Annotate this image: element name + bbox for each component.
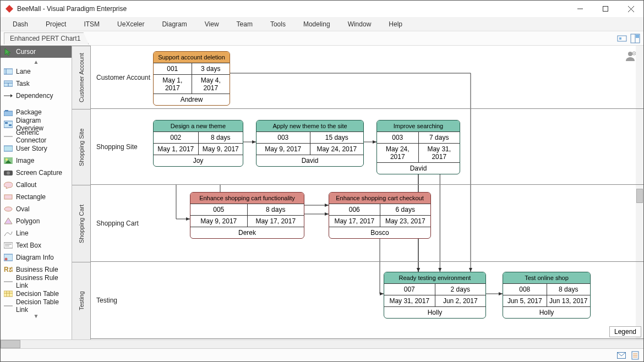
task-duration: 2 days — [435, 284, 486, 295]
palette-oval[interactable]: Oval — [1, 203, 72, 215]
task-id: 002 — [154, 132, 199, 143]
task-end: May 23, 2017 — [380, 216, 431, 227]
task-end: May 24, 2017 — [310, 144, 364, 155]
palette-business-rule-link[interactable]: Business Rule Link — [1, 276, 72, 288]
diagram-canvas[interactable]: Legend Customer AccountShopping SiteShop… — [91, 46, 643, 339]
menu-diagram[interactable]: Diagram — [153, 18, 195, 30]
tb-icon — [4, 242, 13, 249]
palette-image[interactable]: Image — [1, 155, 72, 167]
task-node[interactable]: Improve searching0037 daysMay 24, 2017Ma… — [376, 120, 460, 174]
close-button[interactable] — [618, 1, 643, 17]
task-title: Improve searching — [377, 120, 460, 132]
task-end: Jun 13, 2017 — [547, 295, 591, 306]
task-duration: 15 days — [310, 132, 364, 143]
img-icon — [4, 157, 13, 164]
svg-rect-19 — [4, 111, 13, 116]
palette-generic-connector[interactable]: Generic Connector — [1, 130, 72, 142]
line-icon — [4, 229, 13, 237]
menu-project[interactable]: Project — [37, 18, 75, 30]
task-id: 005 — [190, 204, 248, 215]
mail-icon[interactable] — [617, 352, 626, 359]
lane-icon — [4, 68, 13, 75]
lane-label: Customer Account — [96, 74, 150, 81]
palette-scroll[interactable]: ▲ — [1, 58, 72, 65]
palette-task[interactable]: Task — [1, 78, 72, 90]
gc-icon — [4, 133, 13, 140]
task-node[interactable]: Apply new theme to the site00315 daysMay… — [256, 120, 364, 167]
palette-text-box[interactable]: Text Box — [1, 239, 72, 251]
palette-rectangle[interactable]: Rectangle — [1, 191, 72, 203]
menu-team[interactable]: Team — [228, 18, 261, 30]
task-id: 007 — [384, 284, 435, 295]
lane-header[interactable]: Shopping Cart — [72, 185, 90, 262]
task-owner: David — [377, 163, 460, 174]
svg-marker-10 — [5, 48, 10, 56]
document-icon[interactable] — [631, 351, 639, 360]
minimize-button[interactable] — [567, 1, 593, 17]
scrollbar-thumb[interactable] — [1, 340, 20, 348]
svg-rect-33 — [4, 243, 13, 248]
menu-window[interactable]: Window — [339, 18, 380, 30]
task-duration: 8 days — [248, 204, 304, 215]
task-title: Support account deletion — [154, 52, 230, 63]
palette-line[interactable]: Line — [1, 227, 72, 239]
palette-dependency[interactable]: Dependency — [1, 90, 72, 102]
svg-marker-0 — [6, 5, 13, 13]
maximize-button[interactable] — [593, 1, 618, 17]
menu-help[interactable]: Help — [380, 18, 411, 30]
co-icon — [4, 181, 13, 189]
app-window: BeeMall - Visual Paradigm Enterprise Das… — [0, 0, 644, 362]
lane-header[interactable]: Testing — [72, 262, 90, 339]
task-node[interactable]: Enhance shopping cart checkout0066 daysM… — [329, 192, 431, 239]
palette-lane[interactable]: Lane — [1, 65, 72, 78]
task-owner: Bosco — [329, 227, 430, 238]
svg-rect-5 — [618, 36, 626, 41]
menu-dash[interactable]: Dash — [4, 18, 37, 30]
task-id: 003 — [256, 132, 310, 143]
menu-uexceler[interactable]: UeXceler — [108, 18, 153, 30]
lane-header[interactable]: Shopping Site — [72, 109, 90, 185]
tool-palette: Cursor▲LaneTaskDependencyPackageDiagram … — [1, 46, 72, 339]
palette-diagram-info[interactable]: Diagram Info — [1, 251, 72, 264]
palette-callout[interactable]: Callout — [1, 179, 72, 191]
task-icon — [4, 80, 13, 87]
task-title: Enhance shopping cart checkout — [329, 193, 430, 204]
lane-headers-column: Customer AccountShopping SiteShopping Ca… — [72, 46, 91, 339]
task-node[interactable]: Test online shop0088 daysJun 5, 2017Jun … — [503, 272, 591, 319]
task-end: Jun 2, 2017 — [435, 295, 486, 306]
task-owner: Andrew — [154, 94, 230, 105]
palette-user-story[interactable]: User Story — [1, 142, 72, 155]
tab-pert-chart[interactable]: Enhanced PERT Chart1 — [4, 32, 89, 45]
task-duration: 3 days — [192, 63, 230, 74]
pkg-icon — [4, 108, 13, 116]
palette-polygon[interactable]: Polygon — [1, 215, 72, 227]
menu-tools[interactable]: Tools — [261, 18, 294, 30]
svg-rect-11 — [4, 69, 13, 74]
task-duration: 8 days — [547, 284, 591, 295]
svg-rect-22 — [9, 124, 12, 126]
task-node[interactable]: Support account deletion0013 daysMay 1, … — [153, 51, 230, 106]
palette-decision-table-link[interactable]: Decision Table Link — [1, 300, 72, 312]
task-node[interactable]: Ready testing environment0072 daysMay 31… — [384, 272, 486, 319]
dtl-icon — [4, 302, 13, 310]
palette-cursor[interactable]: Cursor — [1, 46, 72, 58]
pane-layout-icon[interactable] — [630, 34, 640, 43]
svg-rect-6 — [619, 37, 621, 40]
svg-point-37 — [5, 258, 8, 261]
lane-header[interactable]: Customer Account — [72, 46, 90, 109]
task-start: May 9, 2017 — [256, 144, 310, 155]
task-end: May 9, 2017 — [199, 144, 243, 155]
menu-view[interactable]: View — [196, 18, 228, 30]
task-node[interactable]: Enhance shopping cart functionality0058 … — [190, 192, 304, 239]
horizontal-scrollbar[interactable] — [1, 339, 643, 348]
ov-icon — [4, 120, 13, 128]
task-duration: 8 days — [199, 132, 243, 143]
svg-rect-2 — [603, 7, 608, 12]
menu-modeling[interactable]: Modeling — [294, 18, 339, 30]
palette-screen-capture[interactable]: Screen Capture — [1, 167, 72, 179]
fit-window-icon[interactable] — [617, 34, 627, 43]
task-node[interactable]: Design a new theme0028 daysMay 1, 2017Ma… — [153, 120, 243, 167]
task-duration: 6 days — [380, 204, 431, 215]
di-icon — [4, 254, 13, 261]
menu-itsm[interactable]: ITSM — [75, 18, 108, 30]
